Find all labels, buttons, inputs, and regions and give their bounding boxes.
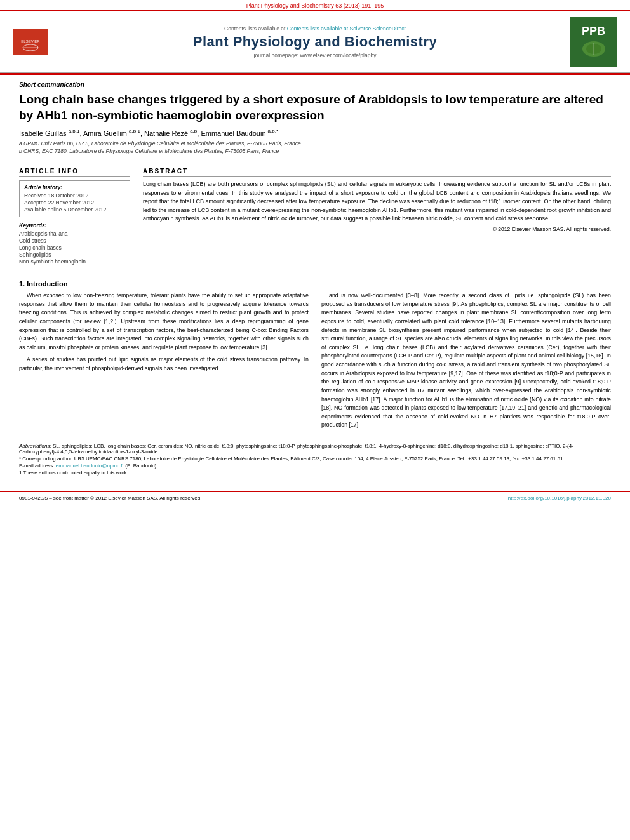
intro-two-col: When exposed to low non-freezing tempera… <box>19 291 611 434</box>
article-info-title: ARTICLE INFO <box>19 168 130 177</box>
article-type-label: Short communication <box>19 81 611 88</box>
corresponding-text: * Corresponding author. UR5 UPMC/EAC CNR… <box>19 456 565 462</box>
intro-right-para-1: and is now well-documented [3–8]. More r… <box>321 291 611 430</box>
email-label: E-mail address: <box>19 463 56 469</box>
article-info-col: ARTICLE INFO Article history: Received 1… <box>19 168 130 265</box>
article-title: Long chain base changes triggered by a s… <box>19 92 611 123</box>
sciverse-line: Contents lists available at Contents lis… <box>83 25 547 32</box>
keyword-5: Non-symbiotic haemoglobin <box>19 258 130 265</box>
intro-left-col: When exposed to low non-freezing tempera… <box>19 291 309 434</box>
abstract-text: Long chain bases (LCB) are both precurso… <box>143 180 611 223</box>
keyword-2: Cold stress <box>19 237 130 244</box>
article-body: Short communication Long chain base chan… <box>0 75 630 483</box>
elsevier-emblem: ELSEVIER <box>13 29 48 55</box>
affiliation-a: a UPMC Univ Paris 06, UR 5, Laboratoire … <box>19 140 611 147</box>
article-info-abstract-row: ARTICLE INFO Article history: Received 1… <box>19 168 611 265</box>
history-label: Article history: <box>24 184 125 190</box>
email-suffix: (E. Baudouin). <box>125 463 158 469</box>
affiliation-b: b CNRS, EAC 7180, Laboratoire de Physiol… <box>19 148 611 154</box>
section-divider-1 <box>19 161 611 161</box>
author-isabelle: Isabelle Guillas a,b,1, <box>19 130 83 137</box>
sciverse-link[interactable]: Contents lists available at SciVerse Sci… <box>287 25 406 32</box>
ppb-logo-area: PPB <box>547 17 617 67</box>
author-amira: Amira Guellim a,b,1, <box>83 130 144 137</box>
footnote-abbreviations: Abbreviations: SL, sphingolipids; LCB, l… <box>19 443 611 455</box>
abbreviations-text: SL, sphingolipids; LCB, long chain bases… <box>19 443 573 455</box>
journal-homepage: journal homepage: www.elsevier.com/locat… <box>83 52 547 58</box>
keyword-4: Sphingolipids <box>19 251 130 258</box>
section-divider-2 <box>19 272 611 272</box>
ppb-logo: PPB <box>570 17 617 67</box>
footnote-corresponding: * Corresponding author. UR5 UPMC/EAC CNR… <box>19 456 611 462</box>
footnotes-section: Abbreviations: SL, sphingolipids; LCB, l… <box>19 439 611 476</box>
page: Plant Physiology and Biochemistry 63 (20… <box>0 0 630 840</box>
authors-line: Isabelle Guillas a,b,1, Amira Guellim a,… <box>19 128 611 137</box>
abbreviations-label: Abbreviations: <box>19 443 53 449</box>
received-date: Received 18 October 2012 <box>24 192 125 199</box>
ppb-leaf-icon <box>581 39 607 58</box>
bottom-bar: 0981-9428/$ – see front matter © 2012 El… <box>0 491 630 504</box>
article-history-box: Article history: Received 18 October 201… <box>19 180 130 217</box>
svg-text:ELSEVIER: ELSEVIER <box>21 39 40 43</box>
keywords-label: Keywords: <box>19 222 130 229</box>
footnote-equal-contrib: 1 These authors contributed equally to t… <box>19 470 611 476</box>
copyright-line: © 2012 Elsevier Masson SAS. All rights r… <box>143 226 611 232</box>
journal-citation-bar: Plant Physiology and Biochemistry 63 (20… <box>0 0 630 11</box>
journal-title: Plant Physiology and Biochemistry <box>83 34 547 50</box>
keywords-box: Keywords: Arabidopsis thaliana Cold stre… <box>19 222 130 265</box>
elsevier-logo-area: ELSEVIER <box>13 29 83 55</box>
abstract-title: ABSTRACT <box>143 168 611 177</box>
introduction-section: 1. Introduction When exposed to low non-… <box>19 280 611 434</box>
keyword-3: Long chain bases <box>19 244 130 251</box>
ppb-logo-text: PPB <box>582 25 605 37</box>
available-date: Available online 5 December 2012 <box>24 206 125 213</box>
footnote-email: E-mail address: emmanuel.baudouin@upmc.f… <box>19 463 611 469</box>
intro-right-col: and is now well-documented [3–8]. More r… <box>321 291 611 434</box>
intro-para-2: A series of studies has pointed out lipi… <box>19 356 309 373</box>
issn-text: 0981-9428/$ – see front matter © 2012 El… <box>19 495 201 501</box>
abstract-col: ABSTRACT Long chain bases (LCB) are both… <box>143 168 611 265</box>
doi-link[interactable]: http://dx.doi.org/10.1016/j.plaphy.2012.… <box>508 495 611 501</box>
intro-para-1: When exposed to low non-freezing tempera… <box>19 291 309 352</box>
intro-heading: 1. Introduction <box>19 280 611 288</box>
email-link[interactable]: emmanuel.baudouin@upmc.fr <box>56 463 124 469</box>
keyword-1: Arabidopsis thaliana <box>19 230 130 237</box>
sciverse-prefix: Contents lists available at <box>224 25 287 32</box>
elsevier-logo: ELSEVIER <box>13 29 83 55</box>
journal-title-area: Contents lists available at Contents lis… <box>83 25 547 58</box>
journal-citation-text: Plant Physiology and Biochemistry 63 (20… <box>246 3 384 9</box>
journal-header: ELSEVIER Contents lists available at Con… <box>0 11 630 73</box>
author-emmanuel: Emmanuel Baudouin a,b,* <box>201 130 278 137</box>
author-nathalie: Nathalie Rezé a,b, <box>144 130 201 137</box>
accepted-date: Accepted 22 November 2012 <box>24 199 125 206</box>
